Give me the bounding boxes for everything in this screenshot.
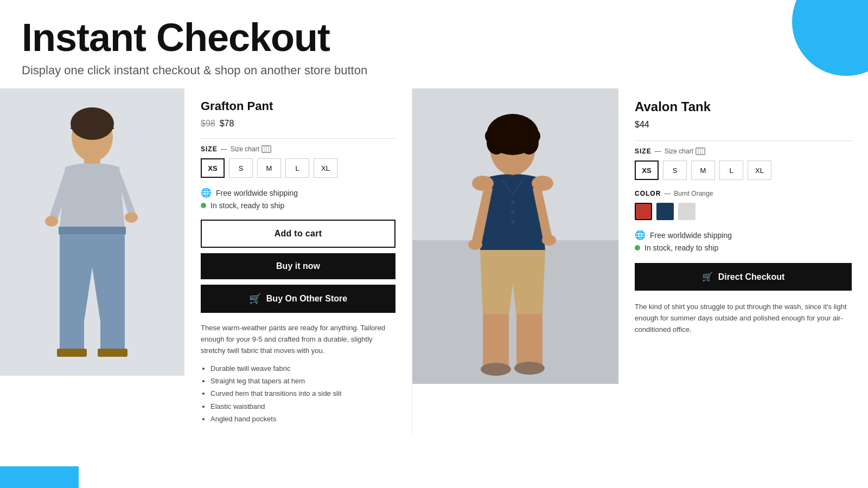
right-divider-1 [635, 140, 852, 141]
buy-now-button[interactable]: Buy it now [201, 253, 395, 279]
product-bullets: Durable twill weave fabric Straight leg … [201, 362, 395, 426]
right-shipping-info: 🌐 Free worldwide shipping In stock, read… [635, 230, 852, 252]
direct-checkout-label: Direct Checkout [718, 272, 785, 282]
divider-1 [201, 138, 395, 139]
left-product-svg [0, 88, 184, 376]
color-label-row: COLOR — Burnt Orange [635, 190, 852, 197]
svg-point-24 [525, 129, 540, 144]
svg-point-38 [514, 362, 545, 375]
color-swatch-burnt-orange[interactable] [635, 203, 652, 220]
shipping-text: Free worldwide shipping [216, 189, 298, 197]
bullet-5: Angled hand pockets [210, 413, 395, 425]
color-swatch-navy[interactable] [656, 203, 674, 220]
size-label-row: SIZE — Size chart [201, 145, 395, 153]
size-chart-link[interactable]: Size chart [231, 145, 271, 153]
right-size-chart-link[interactable]: Size chart [665, 147, 705, 155]
right-size-chart-icon [695, 147, 705, 155]
right-globe-icon: 🌐 [635, 230, 646, 240]
bullet-1: Durable twill weave fabric [210, 362, 395, 375]
checkout-cart-icon: 🛒 [702, 272, 713, 282]
svg-point-34 [542, 235, 556, 246]
size-m[interactable]: M [257, 158, 281, 178]
right-size-label-row: SIZE — Size chart [635, 147, 852, 155]
size-chart-text: Size chart [231, 145, 259, 153]
svg-point-25 [497, 119, 510, 132]
svg-rect-7 [100, 319, 125, 351]
size-s[interactable]: S [229, 158, 253, 178]
svg-point-4 [125, 212, 138, 223]
add-to-cart-button[interactable]: Add to cart [201, 220, 395, 248]
svg-point-29 [511, 210, 514, 214]
svg-point-28 [511, 201, 514, 204]
original-price: $98 [201, 119, 215, 129]
svg-rect-35 [483, 314, 509, 368]
content-area: Grafton Pant $98 $78 SIZE — Size chart X… [0, 88, 868, 436]
svg-point-37 [481, 363, 511, 376]
svg-point-26 [515, 119, 528, 132]
right-shipping-text: Free worldwide shipping [650, 231, 732, 240]
right-size-l[interactable]: L [719, 160, 743, 180]
size-options: XS S M L XL [201, 158, 395, 178]
svg-rect-8 [57, 349, 87, 357]
cart-icon: 🛒 [249, 293, 261, 305]
right-size-m[interactable]: M [691, 160, 715, 180]
shipping-row: 🌐 Free worldwide shipping [201, 188, 395, 198]
right-stock-dot [635, 245, 640, 251]
stock-text: In stock, ready to ship [210, 201, 284, 210]
sale-price: $78 [220, 119, 234, 129]
left-product-image [0, 88, 184, 376]
size-xl[interactable]: XL [314, 158, 337, 178]
color-dash: — [664, 190, 671, 197]
right-size-s[interactable]: S [663, 160, 687, 180]
svg-rect-5 [59, 227, 126, 234]
right-product-price: $44 [635, 120, 852, 130]
buy-other-store-button[interactable]: 🛒 Buy On Other Store [201, 285, 395, 313]
buy-other-label: Buy On Other Store [266, 294, 347, 304]
page-title: Instant Checkout [22, 16, 846, 59]
direct-checkout-button[interactable]: 🛒 Direct Checkout [635, 263, 852, 291]
left-product-detail: Grafton Pant $98 $78 SIZE — Size chart X… [184, 88, 412, 436]
page-header: Instant Checkout Display one click insta… [0, 0, 868, 78]
right-shipping-row: 🌐 Free worldwide shipping [635, 230, 852, 240]
globe-icon: 🌐 [201, 188, 212, 198]
center-product-svg [412, 88, 618, 384]
right-size-chart-text: Size chart [665, 147, 693, 155]
stock-dot [201, 203, 206, 208]
size-chart-icon [261, 145, 271, 153]
right-product-description: The kind of shirt you struggle to put th… [635, 301, 852, 335]
color-swatch-gray[interactable] [678, 203, 695, 220]
right-product-name: Avalon Tank [635, 99, 852, 114]
price-row: $98 $78 [201, 119, 395, 129]
stock-row: In stock, ready to ship [201, 201, 395, 210]
svg-rect-36 [516, 314, 542, 368]
svg-point-23 [485, 129, 500, 144]
left-product-name: Grafton Pant [201, 99, 395, 113]
right-stock-row: In stock, ready to ship [635, 243, 852, 252]
size-l[interactable]: L [285, 158, 309, 178]
right-size-xs[interactable]: XS [635, 160, 659, 180]
svg-point-33 [468, 239, 482, 250]
svg-point-3 [45, 216, 58, 227]
shipping-info: 🌐 Free worldwide shipping In stock, read… [201, 188, 395, 210]
bullet-3: Curved hem that transitions into a side … [210, 387, 395, 400]
size-xs[interactable]: XS [201, 158, 225, 178]
right-size-label: SIZE [635, 147, 652, 155]
color-label: COLOR [635, 190, 661, 197]
decorative-bar [0, 466, 79, 488]
size-dash: — [221, 145, 227, 153]
bullet-4: Elastic waistband [210, 400, 395, 413]
right-size-options: XS S M L XL [635, 160, 852, 180]
product-description: These warm-weather pants are ready for a… [201, 323, 395, 356]
svg-point-30 [511, 220, 514, 223]
svg-rect-9 [98, 349, 127, 357]
color-name: Burnt Orange [674, 190, 713, 197]
svg-rect-6 [60, 319, 84, 351]
page-subtitle: Display one click instant checkout & sho… [22, 63, 846, 78]
right-size-dash: — [655, 147, 661, 155]
right-size-xl[interactable]: XL [748, 160, 771, 180]
right-product-panel: Avalon Tank $44 SIZE — Size chart XS S M… [618, 88, 868, 436]
center-product-image [412, 88, 618, 384]
color-swatches [635, 203, 852, 220]
size-label: SIZE [201, 145, 218, 153]
right-stock-text: In stock, ready to ship [644, 243, 718, 252]
